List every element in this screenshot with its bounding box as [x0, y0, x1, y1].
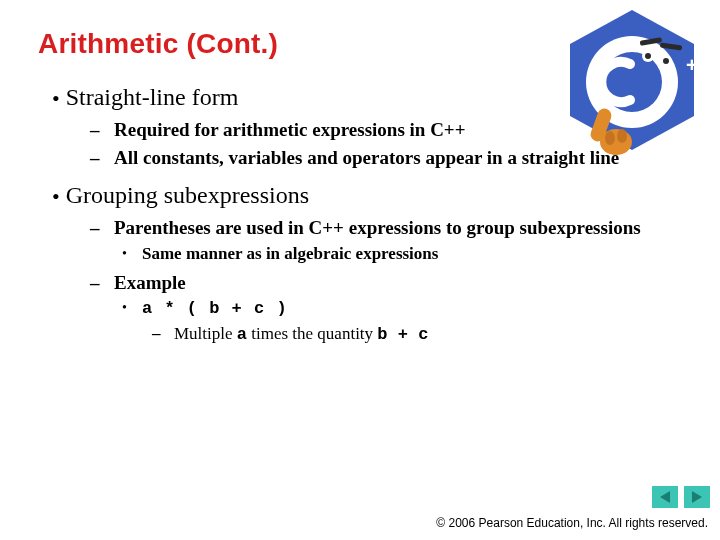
- dash-icon: –: [90, 118, 108, 142]
- bullet-level4: – Multiple a times the quantity b + c: [152, 323, 672, 346]
- bullet-level2: – Example: [90, 271, 672, 295]
- next-button[interactable]: [684, 486, 710, 508]
- bullet-text: Parentheses are used in C++ expressions …: [114, 216, 672, 240]
- dash-icon: –: [90, 271, 108, 295]
- bullet-level1: • Grouping subexpressions – Parentheses …: [52, 180, 682, 346]
- mini-dot-icon: •: [122, 245, 136, 263]
- dash-icon: –: [90, 216, 108, 240]
- svg-point-6: [645, 53, 651, 59]
- bullet-level3: • Same manner as in algebraic expression…: [122, 243, 672, 264]
- bullet-text: Straight-line form: [66, 82, 239, 112]
- svg-text:++: ++: [686, 54, 706, 76]
- dash-icon: –: [90, 146, 108, 170]
- triangle-right-icon: [691, 490, 703, 504]
- bullet-level2: – Parentheses are used in C++ expression…: [90, 216, 672, 240]
- nav-buttons: [652, 486, 710, 508]
- prev-button[interactable]: [652, 486, 678, 508]
- code-expression: a * ( b + c ): [142, 298, 288, 319]
- bullet-dot-icon: •: [52, 88, 60, 110]
- svg-point-11: [617, 129, 627, 143]
- text-fragment: Multiple: [174, 324, 237, 343]
- bullet-text: Grouping subexpressions: [66, 180, 309, 210]
- svg-point-4: [663, 58, 669, 64]
- bullet-level3: • a * ( b + c ): [122, 298, 672, 319]
- text-fragment: times the quantity: [247, 324, 377, 343]
- svg-marker-14: [660, 491, 670, 503]
- dash-icon: –: [152, 323, 168, 345]
- bullet-text: Multiple a times the quantity b + c: [174, 323, 428, 346]
- triangle-left-icon: [659, 490, 671, 504]
- bullet-text: Example: [114, 271, 672, 295]
- svg-point-12: [605, 131, 615, 145]
- code-inline: b + c: [377, 325, 428, 344]
- code-inline: a: [237, 325, 247, 344]
- mini-dot-icon: •: [122, 299, 136, 317]
- cpp-logo: ++: [558, 4, 706, 169]
- svg-marker-15: [692, 491, 702, 503]
- copyright-text: © 2006 Pearson Education, Inc. All right…: [436, 516, 708, 530]
- bullet-dot-icon: •: [52, 186, 60, 208]
- bullet-text: Same manner as in algebraic expressions: [142, 243, 438, 264]
